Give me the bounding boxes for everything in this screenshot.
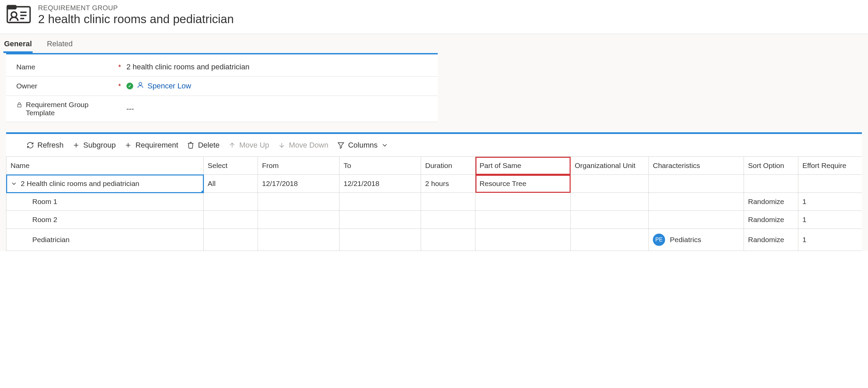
page-title: 2 health clinic rooms and pediatrician xyxy=(38,12,234,26)
cell-org-unit[interactable] xyxy=(571,175,649,193)
cell-duration[interactable] xyxy=(421,211,475,229)
cell-part-of-same[interactable] xyxy=(475,211,571,229)
refresh-button[interactable]: Refresh xyxy=(27,141,64,150)
row-name-label: Room 1 xyxy=(32,198,57,206)
cell-from[interactable] xyxy=(258,211,340,229)
cell-from[interactable] xyxy=(258,193,340,211)
tab-general[interactable]: General xyxy=(3,37,33,53)
svg-rect-1 xyxy=(7,5,16,9)
cell-effort-required[interactable]: 1 xyxy=(798,193,862,211)
cell-name[interactable]: Room 1 xyxy=(6,193,204,211)
arrow-down-icon xyxy=(278,141,285,149)
cell-name[interactable]: Pediatrician xyxy=(6,229,204,251)
cell-to[interactable] xyxy=(340,193,421,211)
cell-duration[interactable]: 2 hours xyxy=(421,175,475,193)
svg-marker-14 xyxy=(338,143,344,149)
presence-icon: ✓ xyxy=(126,83,133,89)
col-name[interactable]: Name xyxy=(6,157,204,175)
cell-part-of-same[interactable]: Resource Tree xyxy=(475,175,571,193)
cell-select[interactable] xyxy=(204,211,258,229)
field-label-name: Name xyxy=(16,63,35,71)
cell-org-unit[interactable] xyxy=(571,229,649,251)
characteristic-label: Pediatrics xyxy=(670,236,701,244)
cell-characteristics[interactable]: PEPediatrics xyxy=(649,229,744,251)
subgroup-button[interactable]: Subgroup xyxy=(72,141,116,150)
cell-part-of-same[interactable] xyxy=(475,193,571,211)
col-select[interactable]: Select xyxy=(204,157,258,175)
cell-characteristics[interactable] xyxy=(649,193,744,211)
col-effort-required[interactable]: Effort Require xyxy=(798,157,862,175)
refresh-icon xyxy=(27,141,34,149)
field-row-template: Requirement Group Template --- xyxy=(6,96,438,122)
person-icon xyxy=(137,81,144,91)
field-row-name: Name * 2 health clinic rooms and pediatr… xyxy=(6,54,438,77)
col-org-unit[interactable]: Organizational Unit xyxy=(571,157,649,175)
cell-name[interactable]: Room 2 xyxy=(6,211,204,229)
cell-sort-option[interactable]: Randomize xyxy=(744,211,798,229)
requirement-button[interactable]: Requirement xyxy=(124,141,178,150)
row-name-label: 2 Health clinic rooms and pediatrician xyxy=(21,180,139,188)
owner-link[interactable]: Spencer Low xyxy=(147,82,191,90)
cell-sort-option[interactable]: Randomize xyxy=(744,229,798,251)
cell-from[interactable]: 12/17/2018 xyxy=(258,175,340,193)
entity-type-label: REQUIREMENT GROUP xyxy=(38,4,234,12)
tab-related[interactable]: Related xyxy=(46,37,73,53)
cell-to[interactable]: 12/21/2018 xyxy=(340,175,421,193)
cell-org-unit[interactable] xyxy=(571,193,649,211)
cell-to[interactable] xyxy=(340,211,421,229)
record-header: REQUIREMENT GROUP 2 health clinic rooms … xyxy=(0,0,868,34)
cell-duration[interactable] xyxy=(421,229,475,251)
required-indicator: * xyxy=(118,82,126,90)
cell-effort-required[interactable]: 1 xyxy=(798,229,862,251)
filter-icon xyxy=(337,141,345,149)
chevron-down-icon xyxy=(381,141,388,149)
field-row-owner: Owner * ✓ Spencer Low xyxy=(6,77,438,96)
move-up-button[interactable]: Move Up xyxy=(228,141,269,150)
col-sort-option[interactable]: Sort Option xyxy=(744,157,798,175)
svg-point-6 xyxy=(139,82,142,85)
col-duration[interactable]: Duration xyxy=(421,157,475,175)
table-row[interactable]: 2 Health clinic rooms and pediatricianAl… xyxy=(6,175,862,193)
cell-effort-required[interactable] xyxy=(798,175,862,193)
col-part-of-same[interactable]: Part of Same xyxy=(475,157,571,175)
cell-org-unit[interactable] xyxy=(571,211,649,229)
general-form-section: Name * 2 health clinic rooms and pediatr… xyxy=(6,53,438,122)
cell-name[interactable]: 2 Health clinic rooms and pediatrician xyxy=(6,175,204,193)
table-row[interactable]: Room 1Randomize1 xyxy=(6,193,862,211)
cell-effort-required[interactable]: 1 xyxy=(798,211,862,229)
entity-icon xyxy=(6,4,31,26)
table-row[interactable]: PediatricianPEPediatricsRandomize1 xyxy=(6,229,862,251)
grid-toolbar: Refresh Subgroup Requirement xyxy=(6,134,862,156)
arrow-up-icon xyxy=(228,141,236,149)
grid-header-row: Name Select From To Duration Part of Sam… xyxy=(6,157,862,175)
cell-select[interactable]: All xyxy=(204,175,258,193)
col-characteristics[interactable]: Characteristics xyxy=(649,157,744,175)
cell-select[interactable] xyxy=(204,229,258,251)
chevron-down-icon[interactable] xyxy=(11,180,17,187)
cell-duration[interactable] xyxy=(421,193,475,211)
cell-to[interactable] xyxy=(340,229,421,251)
cell-part-of-same[interactable] xyxy=(475,229,571,251)
cell-characteristics[interactable] xyxy=(649,211,744,229)
cell-characteristics[interactable] xyxy=(649,175,744,193)
field-label-template: Requirement Group Template xyxy=(26,101,107,117)
lock-icon xyxy=(16,101,22,109)
delete-button[interactable]: Delete xyxy=(187,141,220,150)
move-down-button[interactable]: Move Down xyxy=(278,141,328,150)
cell-sort-option[interactable] xyxy=(744,175,798,193)
columns-button[interactable]: Columns xyxy=(337,141,388,150)
name-field[interactable]: 2 health clinic rooms and pediatrician xyxy=(126,63,249,71)
template-field[interactable]: --- xyxy=(126,104,134,113)
table-row[interactable]: Room 2Randomize1 xyxy=(6,211,862,229)
characteristic-chip: PE xyxy=(653,234,665,246)
requirements-grid[interactable]: Name Select From To Duration Part of Sam… xyxy=(6,156,862,251)
col-to[interactable]: To xyxy=(340,157,421,175)
svg-point-2 xyxy=(11,12,17,17)
col-from[interactable]: From xyxy=(258,157,340,175)
cell-select[interactable] xyxy=(204,193,258,211)
cell-from[interactable] xyxy=(258,229,340,251)
required-indicator: * xyxy=(118,63,126,71)
row-name-label: Room 2 xyxy=(32,216,57,224)
requirements-grid-section: Refresh Subgroup Requirement xyxy=(6,132,862,251)
cell-sort-option[interactable]: Randomize xyxy=(744,193,798,211)
